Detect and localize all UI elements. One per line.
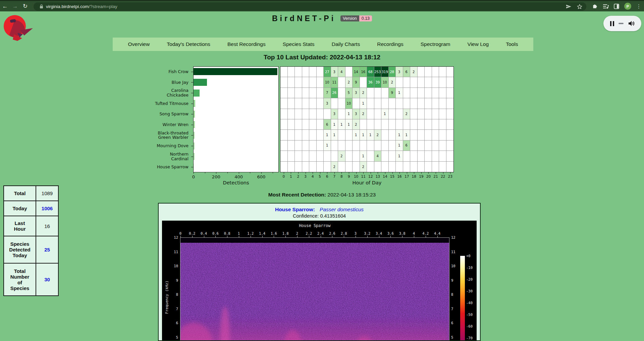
colorbar-tick-label: -40 bbox=[466, 301, 473, 305]
spectrogram-ytick-left: 7 bbox=[167, 307, 178, 311]
spectrogram-xtick bbox=[274, 236, 274, 237]
y-tick-mark bbox=[191, 82, 193, 82]
reload-icon[interactable]: ↻ bbox=[20, 3, 30, 10]
hour-label: 8 bbox=[340, 174, 343, 178]
heatmap-cell: 7 bbox=[324, 88, 331, 98]
heatmap-cell bbox=[446, 162, 454, 172]
hour-tick bbox=[450, 172, 450, 174]
heatmap-cell bbox=[280, 98, 288, 109]
spectrogram-xtick bbox=[227, 236, 227, 237]
heatmap-cell bbox=[295, 130, 302, 140]
hour-label: 5 bbox=[319, 174, 321, 178]
hour-tick bbox=[298, 172, 299, 174]
hour-tick bbox=[334, 172, 335, 174]
heatmap-cell bbox=[439, 109, 446, 119]
back-icon[interactable]: ← bbox=[0, 3, 10, 10]
side-panel-icon[interactable] bbox=[614, 4, 619, 9]
heatmap-cell bbox=[418, 119, 425, 130]
heatmap-cell bbox=[367, 140, 374, 151]
spectrogram-ytick-right: 12 bbox=[451, 235, 462, 239]
heatmap-cell bbox=[280, 109, 288, 119]
hour-label: 13 bbox=[376, 174, 380, 178]
stats-value[interactable]: 25 bbox=[36, 236, 58, 263]
profile-avatar[interactable]: P bbox=[624, 3, 631, 10]
heatmap-cell bbox=[432, 67, 439, 77]
heatmap-cell bbox=[425, 130, 432, 140]
heatmap-cell: 1 bbox=[381, 109, 389, 119]
heatmap-cell bbox=[425, 77, 432, 88]
spectrogram-xtick-label: 2.8 bbox=[341, 231, 347, 235]
spectrogram-xtick-label: 2 bbox=[296, 231, 298, 235]
heatmap-cell bbox=[295, 151, 302, 161]
bar-category-label-northern-cardinal: Northern Cardinal bbox=[0, 151, 189, 162]
detection-confidence: Confidence: 0.41351604 bbox=[159, 213, 480, 219]
spectrogram-xtick-label: 1 bbox=[238, 231, 240, 235]
heatmap-cell: 27 bbox=[324, 67, 331, 77]
heatmap-cell: 2 bbox=[410, 67, 418, 77]
heatmap-cell: 1 bbox=[345, 119, 353, 130]
heatmap-cell bbox=[418, 162, 425, 172]
heatmap-cell bbox=[331, 151, 338, 161]
bar-xtick-minor bbox=[273, 172, 273, 173]
stats-value[interactable]: 30 bbox=[36, 263, 58, 296]
heatmap-cell: 2 bbox=[353, 119, 360, 130]
heatmap-cell bbox=[396, 77, 403, 88]
spectrogram-title: House Sparrow bbox=[180, 223, 449, 228]
heatmap-cell bbox=[374, 119, 382, 130]
spectrogram-ytick-right: 5 bbox=[451, 335, 462, 339]
address-bar[interactable]: virginia.birdnetpi.com/?stream=play bbox=[34, 2, 586, 11]
heatmap-cell bbox=[360, 77, 367, 88]
heatmap-cell bbox=[418, 67, 425, 77]
heatmap-cell: 10 bbox=[345, 98, 353, 109]
heatmap-cell bbox=[317, 98, 324, 109]
heatmap-cell bbox=[446, 140, 454, 151]
bar-category-label-black-throated-green-warbler: Black-throated Green Warbler bbox=[0, 130, 189, 141]
bar-black-throated-green-warbler bbox=[194, 132, 195, 139]
heatmap-cell bbox=[317, 77, 324, 88]
heatmap-cell: 9 bbox=[389, 88, 396, 98]
media-controls-icon[interactable] bbox=[603, 4, 609, 9]
spectrogram-xtick-label: 0.8 bbox=[224, 231, 230, 235]
stats-label: Today bbox=[4, 201, 36, 216]
y-tick-mark bbox=[191, 93, 193, 93]
spectrogram-ytick-left: 12 bbox=[167, 235, 178, 239]
hour-label: 7 bbox=[333, 174, 336, 178]
heatmap-cell bbox=[403, 98, 411, 109]
heatmap-cell: 11 bbox=[331, 77, 338, 88]
heatmap-cell bbox=[338, 140, 345, 151]
heatmap-cell bbox=[439, 140, 446, 151]
bar-xtick bbox=[239, 172, 239, 174]
share-send-icon[interactable] bbox=[566, 4, 572, 9]
heatmap-cell bbox=[374, 140, 382, 151]
heatmap-cell bbox=[367, 119, 374, 130]
stats-value[interactable]: 1006 bbox=[36, 201, 58, 216]
stats-row-species-detected-today: Species Detected Today25 bbox=[4, 236, 58, 263]
heatmap-cell bbox=[418, 77, 425, 88]
hour-label: 14 bbox=[383, 174, 387, 178]
heatmap-cell bbox=[309, 130, 317, 140]
heatmap-cell bbox=[446, 119, 454, 130]
hour-label: 0 bbox=[282, 174, 285, 178]
menu-dots-icon[interactable]: ⋮ bbox=[636, 3, 641, 9]
heatmap-cell bbox=[410, 109, 418, 119]
heatmap-cell bbox=[367, 88, 374, 98]
heatmap-cell bbox=[331, 98, 338, 109]
heatmap-cell bbox=[338, 98, 345, 109]
heatmap-cell: 1 bbox=[396, 88, 403, 98]
heatmap-cell bbox=[338, 130, 345, 140]
spectrogram-xtick-label: 3.6 bbox=[387, 231, 394, 235]
bookmark-star-icon[interactable] bbox=[577, 4, 582, 9]
y-tick-mark bbox=[191, 72, 193, 72]
detection-species-link[interactable]: House Sparrow: bbox=[275, 207, 315, 212]
bar-winter-wren bbox=[194, 121, 195, 128]
extensions-puzzle-icon[interactable] bbox=[592, 3, 598, 9]
heatmap-cell bbox=[302, 67, 310, 77]
heatmap-cell bbox=[432, 162, 439, 172]
spectrogram-ytick-right: 10 bbox=[451, 264, 462, 268]
hour-tick bbox=[291, 172, 291, 174]
bar-xtick-label: 200 bbox=[212, 174, 220, 179]
hour-label: 15 bbox=[390, 174, 394, 178]
forward-icon[interactable]: → bbox=[10, 3, 20, 10]
stats-row-today: Today1006 bbox=[4, 201, 58, 216]
heatmap-cell bbox=[331, 140, 338, 151]
